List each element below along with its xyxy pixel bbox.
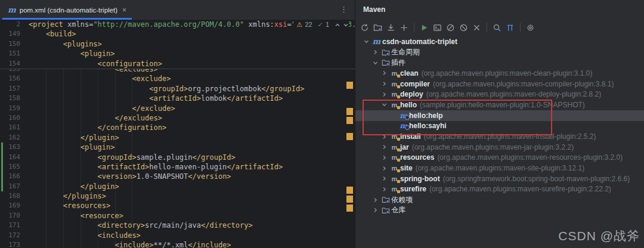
close-tab-icon[interactable]: × bbox=[122, 6, 126, 14]
code-line-172[interactable]: 172 <includes> bbox=[0, 231, 355, 240]
code-text: <build> bbox=[29, 29, 76, 39]
tab-options-icon[interactable]: ⋮ bbox=[340, 5, 348, 14]
code-line-170[interactable]: 170 <resource> bbox=[0, 211, 355, 221]
inspections-widget[interactable]: ⚠ 22 ✓ 1 bbox=[293, 20, 349, 30]
reload-maven-projects-icon[interactable] bbox=[360, 23, 370, 33]
line-number: 158 bbox=[0, 94, 29, 103]
tree-row--[interactable]: 生命周期 bbox=[355, 47, 644, 58]
chevron-right-icon[interactable] bbox=[370, 207, 380, 213]
chevron-down-icon[interactable] bbox=[379, 102, 389, 107]
code-line-158[interactable]: 158 <artifactId>lombok</artifactId> bbox=[0, 94, 355, 103]
tree-row--[interactable]: 仓库 bbox=[355, 205, 644, 216]
code-line-162[interactable]: 162 </plugin> bbox=[0, 133, 355, 142]
line-number: 150 bbox=[0, 39, 29, 49]
chevron-right-icon[interactable] bbox=[370, 197, 380, 203]
search-goal-icon[interactable] bbox=[492, 23, 502, 33]
chevron-right-icon[interactable] bbox=[379, 70, 389, 76]
chevron-right-icon[interactable] bbox=[379, 134, 389, 140]
code-line-166[interactable]: 166 <version>1.0-SNAPSHOT</version> bbox=[0, 172, 355, 181]
maven-settings-icon[interactable] bbox=[525, 23, 535, 33]
tree-node-label: hello:sayhi bbox=[409, 122, 447, 130]
tree-row-deploy[interactable]: mdeploy(org.apache.maven.plugins:maven-d… bbox=[355, 89, 644, 100]
chevron-down-icon[interactable] bbox=[370, 60, 380, 66]
tree-row--[interactable]: 插件 bbox=[355, 57, 644, 68]
chevron-right-icon[interactable] bbox=[379, 92, 389, 97]
code-line-168[interactable]: 168 </plugins> bbox=[0, 191, 355, 201]
code-line-157[interactable]: 157 <groupId>org.projectlombok</groupId> bbox=[0, 84, 355, 94]
code-line-159[interactable]: 159 </exclude> bbox=[0, 104, 355, 113]
tree-row-spring-boot[interactable]: mspring-boot(org.springframework.boot:sp… bbox=[355, 173, 644, 184]
code-line-161[interactable]: 161 </configuration> bbox=[0, 123, 355, 132]
tree-row-hello[interactable]: mhello(sample.plugin:hello-maven-plugin:… bbox=[355, 100, 644, 110]
code-line-149[interactable]: 149 <build> bbox=[0, 29, 355, 39]
skip-tests-mode-icon[interactable] bbox=[445, 23, 456, 33]
tree-row-resources[interactable]: mresources(org.apache.maven.plugins:mave… bbox=[355, 153, 644, 163]
unlink-project-icon[interactable] bbox=[472, 23, 482, 33]
chevron-down-icon[interactable] bbox=[361, 39, 371, 44]
plugin-coordinates: (sample.plugin:hello-maven-plugin:1.0-SN… bbox=[420, 101, 585, 109]
tab-pom-xml[interactable]: m pom.xml (csdn-automatic-triplet) × bbox=[2, 0, 132, 20]
toolbar-separator bbox=[487, 23, 487, 32]
next-problem-icon[interactable] bbox=[343, 22, 349, 28]
tree-row-surefire[interactable]: msurefire(org.apache.maven.plugins:maven… bbox=[355, 184, 644, 195]
code-line-151[interactable]: 151 <plugin> bbox=[0, 49, 355, 58]
code-line-154[interactable]: 154 <configuration> bbox=[0, 59, 355, 69]
code-line-167[interactable]: 167 </plugin> bbox=[0, 182, 355, 191]
run-maven-build-icon[interactable] bbox=[419, 23, 429, 33]
generate-sources-icon[interactable] bbox=[373, 23, 383, 33]
chevron-right-icon[interactable] bbox=[370, 49, 380, 55]
tree-row-compiler[interactable]: mcompiler(org.apache.maven.plugins:maven… bbox=[355, 79, 644, 89]
show-dependencies-icon[interactable] bbox=[505, 23, 515, 33]
code-line-160[interactable]: 160 </excludes> bbox=[0, 113, 355, 123]
code-line-164[interactable]: 164 <groupId>sample.plugin</groupId> bbox=[0, 153, 355, 162]
chevron-right-icon[interactable] bbox=[379, 81, 389, 86]
code-line-165[interactable]: 165 <artifactId>hello-maven-plugin</arti… bbox=[0, 162, 355, 172]
execute-maven-goal-icon[interactable] bbox=[432, 23, 442, 33]
plugin-coordinates: (org.apache.maven.plugins:maven-surefire… bbox=[429, 185, 611, 193]
warning-stripe-mark[interactable] bbox=[346, 204, 353, 212]
tree-row-hello:sayhi[interactable]: mhello:sayhi bbox=[355, 121, 644, 132]
warning-stripe-mark[interactable] bbox=[346, 117, 353, 124]
tree-row-install[interactable]: minstall(org.apache.maven.plugins:maven-… bbox=[355, 131, 644, 142]
code-line-169[interactable]: 169 <resources> bbox=[0, 201, 355, 210]
code-line-163[interactable]: 163 <plugin> bbox=[0, 142, 355, 152]
download-sources-icon[interactable] bbox=[386, 23, 396, 33]
tree-row--[interactable]: 依赖项 bbox=[355, 194, 644, 205]
code-text: </exclude> bbox=[29, 104, 175, 113]
chevron-right-icon[interactable] bbox=[379, 166, 389, 171]
warning-icon: ⚠ bbox=[297, 20, 303, 29]
warning-stripe-mark[interactable] bbox=[346, 196, 353, 203]
tree-row-site[interactable]: msite(org.apache.maven.plugins:maven-sit… bbox=[355, 163, 644, 173]
maven-panel-title: Maven bbox=[363, 5, 385, 14]
prev-problem-icon[interactable] bbox=[335, 22, 340, 28]
chevron-right-icon[interactable] bbox=[379, 176, 389, 181]
add-maven-project-icon[interactable] bbox=[399, 23, 409, 33]
code-line-156[interactable]: 156 <exclude> bbox=[0, 74, 355, 83]
tree-row-hello:help[interactable]: mhello:help bbox=[355, 110, 644, 121]
chevron-right-icon[interactable] bbox=[379, 144, 389, 150]
code-editor[interactable]: 155 <excludes>156 <exclude>157 <groupId>… bbox=[0, 20, 355, 248]
line-number: 160 bbox=[0, 113, 29, 123]
code-lines: 155 <excludes>156 <exclude>157 <groupId>… bbox=[0, 64, 355, 248]
tree-row-csdn-automatic-triplet[interactable]: mcsdn-automatic-triplet bbox=[355, 36, 644, 47]
code-line-150[interactable]: 150 <plugins> bbox=[0, 39, 355, 49]
chevron-right-icon[interactable] bbox=[379, 187, 389, 192]
warning-stripe-mark[interactable] bbox=[346, 82, 353, 89]
code-text: </plugin> bbox=[29, 133, 119, 142]
warning-stripe-mark[interactable] bbox=[346, 187, 353, 194]
warning-stripe-mark[interactable] bbox=[346, 133, 353, 140]
maven-tool-window: Maven mcsdn-automatic-triplet生命周期插件mclea… bbox=[355, 0, 644, 248]
maven-plugin-icon: m bbox=[392, 144, 398, 151]
ok-count: 1 bbox=[326, 20, 329, 29]
tree-row-clean[interactable]: mclean(org.apache.maven.plugins:maven-cl… bbox=[355, 68, 644, 79]
code-text: </plugins> bbox=[29, 191, 106, 201]
toggle-offline-mode-icon[interactable] bbox=[459, 23, 469, 33]
tree-row-jar[interactable]: mjar(org.apache.maven.plugins:maven-jar-… bbox=[355, 142, 644, 153]
editor-tab-bar: m pom.xml (csdn-automatic-triplet) × ⋮ bbox=[0, 0, 355, 20]
vcs-added-bar bbox=[1, 142, 3, 191]
chevron-right-icon[interactable] bbox=[379, 155, 389, 160]
warning-stripe-mark[interactable] bbox=[346, 108, 353, 115]
code-line-171[interactable]: 171 <directory>src/main/java</directory> bbox=[0, 221, 355, 230]
code-line-173[interactable]: 173 <include>**/*.xml</include> bbox=[0, 240, 355, 248]
code-text: <plugins> bbox=[29, 39, 102, 49]
